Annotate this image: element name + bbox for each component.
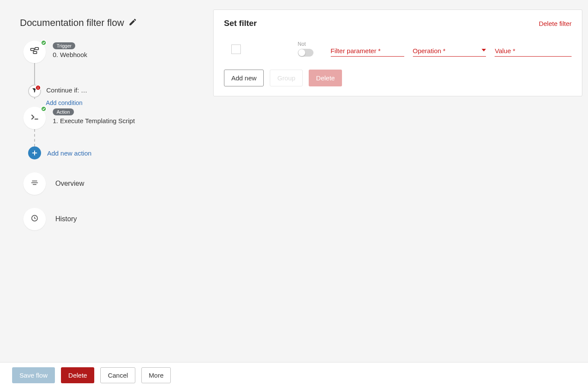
delete-filter-link[interactable]: Delete filter (539, 20, 572, 27)
clock-icon (30, 214, 39, 224)
webhook-icon (29, 46, 40, 58)
svg-rect-6 (32, 182, 38, 183)
status-ok-icon (41, 106, 47, 112)
plus-icon (28, 146, 41, 159)
svg-rect-4 (38, 88, 38, 89)
add-new-button[interactable]: Add new (224, 70, 264, 86)
svg-point-3 (38, 87, 38, 88)
condition-label: Continue if: … (46, 86, 87, 94)
chevron-down-icon (482, 45, 486, 53)
filter-parameter-field[interactable]: Filter parameter * (331, 47, 404, 57)
operation-field[interactable]: Operation * (413, 47, 486, 57)
action-label: 1. Execute Templating Script (53, 117, 135, 124)
svg-rect-1 (33, 51, 37, 54)
footer-bar: Save flow Delete Cancel More (0, 362, 588, 388)
add-new-action-row[interactable]: Add new action (23, 146, 212, 159)
more-button[interactable]: More (141, 367, 171, 383)
flow-step-trigger[interactable]: Trigger 0. Webhook (23, 41, 212, 63)
action-badge: Action (53, 108, 74, 115)
svg-rect-0 (31, 48, 34, 51)
group-button[interactable]: Group (270, 70, 303, 86)
flow-title: Documentation filter flow (20, 17, 124, 29)
svg-rect-2 (35, 48, 38, 50)
add-condition-link[interactable]: Add condition (46, 99, 83, 106)
svg-rect-7 (33, 184, 36, 185)
not-toggle[interactable] (298, 49, 313, 57)
status-error-icon (35, 85, 41, 91)
save-flow-button[interactable]: Save flow (12, 367, 55, 383)
svg-rect-5 (32, 181, 37, 181)
overview-icon (30, 178, 39, 189)
nav-overview[interactable]: Overview (23, 172, 212, 195)
status-ok-icon (41, 40, 47, 46)
filter-panel: Set filter Delete filter Not Filter para… (213, 10, 582, 96)
not-toggle-label: Not (298, 41, 306, 47)
panel-title: Set filter (224, 19, 257, 28)
trigger-badge: Trigger (53, 42, 75, 49)
nav-history-label: History (46, 215, 77, 223)
nav-overview-label: Overview (46, 180, 84, 188)
flow-step-action[interactable]: Action 1. Execute Templating Script (23, 107, 212, 129)
add-action-label: Add new action (41, 149, 92, 157)
delete-button[interactable]: Delete (61, 367, 94, 383)
cancel-button[interactable]: Cancel (100, 367, 135, 383)
terminal-icon (30, 112, 39, 124)
delete-row-button[interactable]: Delete (309, 70, 342, 86)
flow-step-condition[interactable]: Continue if: … (23, 85, 212, 98)
value-field[interactable]: Value * (495, 47, 572, 57)
edit-icon[interactable] (128, 18, 137, 28)
trigger-label: 0. Webhook (53, 51, 87, 58)
filter-row-checkbox[interactable] (231, 45, 241, 54)
nav-history[interactable]: History (23, 208, 212, 230)
